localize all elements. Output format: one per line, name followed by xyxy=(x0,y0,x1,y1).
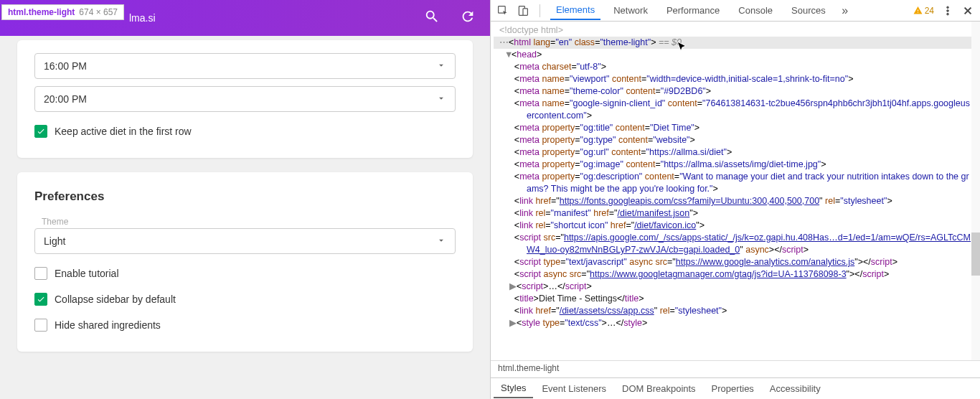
divider xyxy=(540,4,540,17)
dom-meta-ogimage[interactable]: <meta property="og:image" content="https… xyxy=(494,159,980,171)
svg-rect-2 xyxy=(523,8,527,15)
btab-styles[interactable]: Styles xyxy=(494,379,533,398)
keep-active-label: Keep active diet in the first row xyxy=(55,126,192,137)
btab-properties[interactable]: Properties xyxy=(705,380,761,398)
dom-link-manifest[interactable]: <link rel="manifest" href="/diet/manifes… xyxy=(494,207,980,220)
tab-elements[interactable]: Elements xyxy=(550,1,600,20)
svg-point-5 xyxy=(947,13,949,15)
time2-value: 20:00 PM xyxy=(44,93,87,105)
warning-badge[interactable]: 24 xyxy=(913,6,934,16)
dom-meta-viewport[interactable]: <meta name="viewport" content="width=dev… xyxy=(494,73,980,85)
dom-meta-charset[interactable]: <meta charset="utf-8"> xyxy=(494,61,980,73)
dom-meta-ogurl[interactable]: <meta property="og:url" content="https:/… xyxy=(494,146,980,159)
devtools-scrollbar[interactable] xyxy=(971,22,980,360)
time1-value: 16:00 PM xyxy=(44,60,87,72)
time-card: 16:00 PM 20:00 PM Keep active diet in th… xyxy=(17,40,473,158)
tab-performance[interactable]: Performance xyxy=(661,1,725,19)
collapse-sidebar-row: Collapse sidebar by default xyxy=(34,293,456,306)
time-select-2[interactable]: 20:00 PM xyxy=(34,86,456,112)
header-domain-text: lma.si xyxy=(129,12,156,24)
dom-script-gapi[interactable]: <script src="https://apis.google.com/_/s… xyxy=(494,232,980,256)
dom-doctype[interactable]: <!doctype html> xyxy=(494,24,980,37)
hide-shared-row: Hide shared ingredients xyxy=(34,319,456,332)
preferences-title: Preferences xyxy=(34,189,456,204)
time-select-1[interactable]: 16:00 PM xyxy=(34,53,456,79)
enable-tutorial-row: Enable tutorial xyxy=(34,267,456,280)
dom-head-open[interactable]: ▼<head> xyxy=(494,49,980,61)
dom-meta-ogtitle[interactable]: <meta property="og:title" content="Diet … xyxy=(494,122,980,134)
hide-shared-label: Hide shared ingredients xyxy=(55,319,161,331)
dom-html-open[interactable]: ⋯<html lang="en" class="theme-light"> ==… xyxy=(494,37,980,49)
btab-dom-breakpoints[interactable]: DOM Breakpoints xyxy=(615,380,703,398)
element-inspector-tooltip: html.theme-light 674 × 657 xyxy=(1,4,124,20)
dom-meta-ogtype[interactable]: <meta property="og:type" content="websit… xyxy=(494,134,980,146)
tooltip-dimensions: 674 × 657 xyxy=(79,7,118,17)
enable-tutorial-checkbox[interactable] xyxy=(34,267,47,280)
devtools-bottom-tabs: Styles Event Listeners DOM Breakpoints P… xyxy=(491,377,980,399)
tooltip-selector: html.theme-light xyxy=(8,7,75,17)
svg-point-4 xyxy=(947,9,949,11)
search-icon[interactable] xyxy=(424,9,440,27)
chevron-down-icon xyxy=(436,93,446,105)
dom-meta-gsignin[interactable]: <meta name="google-signin-client_id" con… xyxy=(494,98,980,122)
preferences-card: Preferences Theme Light Enable tutorial … xyxy=(17,172,473,352)
dom-meta-ogdesc[interactable]: <meta property="og:description" content=… xyxy=(494,171,980,195)
dom-script-gtag[interactable]: <script async src="https://www.googletag… xyxy=(494,268,980,281)
inspect-element-icon[interactable] xyxy=(496,4,509,17)
scrollbar-thumb[interactable] xyxy=(971,233,980,276)
hide-shared-checkbox[interactable] xyxy=(34,319,47,332)
tab-network[interactable]: Network xyxy=(608,1,654,19)
tab-console[interactable]: Console xyxy=(732,1,778,19)
dom-script-ga[interactable]: <script type="text/javascript" async src… xyxy=(494,256,980,268)
dom-script-collapsed[interactable]: ▶<script>…</script> xyxy=(494,281,980,293)
dom-style-collapsed[interactable]: ▶<style type="text/css">…</style> xyxy=(494,317,980,329)
chevron-down-icon xyxy=(436,60,446,72)
svg-point-3 xyxy=(947,6,949,9)
keep-active-checkbox[interactable] xyxy=(34,125,47,138)
chevron-down-icon xyxy=(436,235,446,248)
theme-value: Light xyxy=(44,235,65,247)
btab-accessibility[interactable]: Accessibility xyxy=(763,380,828,398)
theme-select[interactable]: Light xyxy=(34,228,456,254)
dom-title[interactable]: <title>Diet Time - Settings</title> xyxy=(494,293,980,305)
dom-link-favicon[interactable]: <link rel="shortcut icon" href="/diet/fa… xyxy=(494,220,980,232)
theme-label: Theme xyxy=(42,217,456,227)
dom-tree[interactable]: <!doctype html> ⋯<html lang="en" class="… xyxy=(491,22,980,360)
header-actions xyxy=(424,9,476,27)
devtools-menu-icon[interactable] xyxy=(941,4,954,17)
warning-count: 24 xyxy=(925,6,934,16)
collapse-sidebar-checkbox[interactable] xyxy=(34,293,47,306)
devtools-toolbar: Elements Network Performance Console Sou… xyxy=(491,0,980,22)
dom-link-fonts[interactable]: <link href="https://fonts.googleapis.com… xyxy=(494,195,980,207)
close-icon[interactable] xyxy=(961,4,974,17)
dom-meta-themecolor[interactable]: <meta name="theme-color" content="#9D2BD… xyxy=(494,85,980,98)
dom-breadcrumb[interactable]: html.theme-light xyxy=(491,360,980,377)
dom-link-appcss[interactable]: <link href="/diet/assets/css/app.css" re… xyxy=(494,305,980,317)
more-tabs-icon[interactable]: » xyxy=(839,4,852,17)
devtools-panel: Elements Network Performance Console Sou… xyxy=(490,0,980,399)
tab-sources[interactable]: Sources xyxy=(786,1,831,19)
enable-tutorial-label: Enable tutorial xyxy=(55,268,119,279)
refresh-icon[interactable] xyxy=(460,9,476,27)
btab-event-listeners[interactable]: Event Listeners xyxy=(534,380,613,398)
app-viewport: html.theme-light 674 × 657 lma.si 16:00 … xyxy=(0,0,490,399)
keep-active-row: Keep active diet in the first row xyxy=(34,125,456,138)
device-toolbar-icon[interactable] xyxy=(517,4,529,17)
collapse-sidebar-label: Collapse sidebar by default xyxy=(55,294,176,305)
